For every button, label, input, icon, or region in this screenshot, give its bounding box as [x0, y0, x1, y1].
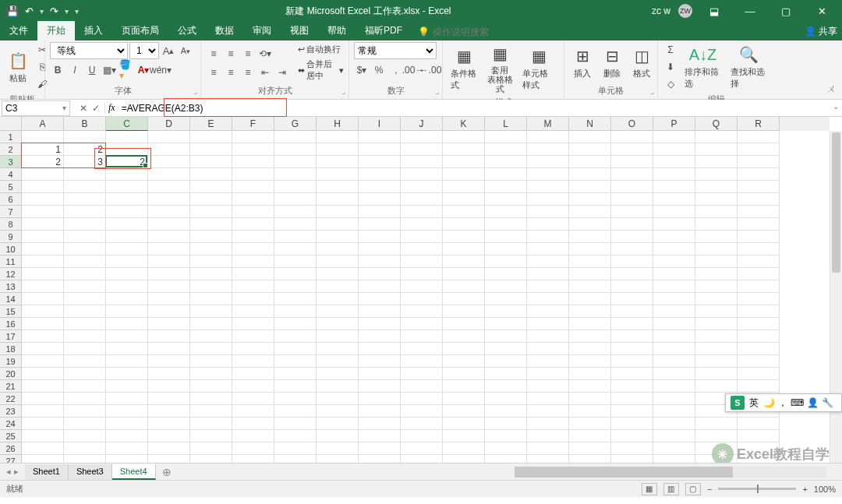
cell-D17[interactable]	[148, 330, 190, 343]
cell-C18[interactable]	[106, 343, 148, 355]
align-center-icon[interactable]: ≡	[223, 65, 239, 80]
cell-E2[interactable]	[190, 143, 232, 156]
cell-C25[interactable]	[106, 430, 148, 442]
cell-D22[interactable]	[148, 393, 190, 405]
cell-G4[interactable]	[274, 168, 317, 181]
row-header-25[interactable]: 25	[0, 430, 22, 442]
cell-F19[interactable]	[232, 355, 274, 368]
cell-I26[interactable]	[359, 442, 401, 455]
cell-I22[interactable]	[359, 393, 401, 405]
cell-E27[interactable]	[190, 455, 232, 463]
align-middle-icon[interactable]: ≡	[223, 46, 239, 62]
cell-A27[interactable]	[22, 455, 64, 463]
cell-D20[interactable]	[148, 368, 190, 380]
phonetic-button[interactable]: wén▾	[153, 62, 168, 78]
cell-P15[interactable]	[653, 305, 695, 318]
cell-C7[interactable]	[106, 206, 148, 218]
cell-O9[interactable]	[611, 231, 653, 243]
cell-Q9[interactable]	[695, 231, 738, 243]
col-header-O[interactable]: O	[611, 117, 653, 131]
row-header-8[interactable]: 8	[0, 218, 22, 231]
cell-R19[interactable]	[738, 355, 780, 368]
cell-I19[interactable]	[359, 355, 401, 368]
cell-L25[interactable]	[485, 430, 527, 442]
cell-M2[interactable]	[527, 143, 569, 156]
cell-Q10[interactable]	[695, 243, 738, 256]
cell-P23[interactable]	[653, 405, 695, 418]
zoom-out-button[interactable]: −	[707, 485, 712, 494]
cell-P5[interactable]	[653, 181, 695, 193]
cell-J20[interactable]	[401, 368, 443, 380]
cell-N13[interactable]	[569, 280, 611, 293]
cell-A10[interactable]	[22, 243, 64, 256]
cell-C10[interactable]	[106, 243, 148, 256]
col-header-Q[interactable]: Q	[695, 117, 738, 131]
ime-badge-icon[interactable]: S	[731, 396, 745, 410]
cell-C5[interactable]	[106, 181, 148, 193]
cell-H5[interactable]	[317, 181, 359, 193]
cell-N22[interactable]	[569, 393, 611, 405]
currency-icon[interactable]: $▾	[354, 62, 370, 78]
increase-font-icon[interactable]: A▴	[161, 43, 176, 58]
cell-D2[interactable]	[148, 143, 190, 156]
cell-G27[interactable]	[274, 455, 317, 463]
cell-E12[interactable]	[190, 268, 232, 280]
cell-R18[interactable]	[738, 343, 780, 355]
cell-J25[interactable]	[401, 430, 443, 442]
cell-A26[interactable]	[22, 442, 64, 455]
cell-K1[interactable]	[443, 131, 485, 143]
cell-B25[interactable]	[64, 430, 106, 442]
tab-数据[interactable]: 数据	[206, 21, 243, 41]
cell-K15[interactable]	[443, 305, 485, 318]
col-header-K[interactable]: K	[443, 117, 485, 131]
cell-M22[interactable]	[527, 393, 569, 405]
cell-K26[interactable]	[443, 442, 485, 455]
cell-D18[interactable]	[148, 343, 190, 355]
cell-P26[interactable]	[653, 442, 695, 455]
cell-O2[interactable]	[611, 143, 653, 156]
cell-B3[interactable]: 3	[64, 156, 106, 168]
cell-B9[interactable]	[64, 231, 106, 243]
row-header-22[interactable]: 22	[0, 393, 22, 405]
cell-I9[interactable]	[359, 231, 401, 243]
cell-F4[interactable]	[232, 168, 274, 181]
cell-N19[interactable]	[569, 355, 611, 368]
cell-B17[interactable]	[64, 330, 106, 343]
cell-Q6[interactable]	[695, 193, 738, 206]
cell-B23[interactable]	[64, 405, 106, 418]
cell-H3[interactable]	[317, 156, 359, 168]
cell-L14[interactable]	[485, 293, 527, 305]
underline-button[interactable]: U	[84, 62, 100, 78]
col-header-H[interactable]: H	[317, 117, 359, 131]
cell-R10[interactable]	[738, 243, 780, 256]
row-header-24[interactable]: 24	[0, 418, 22, 430]
cell-L19[interactable]	[485, 355, 527, 368]
row-header-23[interactable]: 23	[0, 405, 22, 418]
cell-A6[interactable]	[22, 193, 64, 206]
cell-M13[interactable]	[527, 280, 569, 293]
insert-cells-button[interactable]: ⊞插入	[569, 44, 596, 81]
cell-R12[interactable]	[738, 268, 780, 280]
cell-P14[interactable]	[653, 293, 695, 305]
col-header-G[interactable]: G	[274, 117, 317, 131]
cell-C8[interactable]	[106, 218, 148, 231]
cell-P17[interactable]	[653, 330, 695, 343]
cell-J23[interactable]	[401, 405, 443, 418]
cell-O14[interactable]	[611, 293, 653, 305]
cell-L6[interactable]	[485, 193, 527, 206]
row-header-27[interactable]: 27	[0, 455, 22, 463]
cell-A18[interactable]	[22, 343, 64, 355]
cell-M20[interactable]	[527, 368, 569, 380]
cell-C9[interactable]	[106, 231, 148, 243]
find-select-button[interactable]: 🔍查找和选择	[727, 43, 770, 91]
number-format-combo[interactable]: 常规	[354, 42, 437, 59]
cell-B19[interactable]	[64, 355, 106, 368]
cell-D11[interactable]	[148, 256, 190, 268]
align-bottom-icon[interactable]: ≡	[240, 46, 256, 62]
cell-O22[interactable]	[611, 393, 653, 405]
cell-C3[interactable]: 2	[106, 156, 148, 168]
cell-F22[interactable]	[232, 393, 274, 405]
cell-R15[interactable]	[738, 305, 780, 318]
cell-F12[interactable]	[232, 268, 274, 280]
col-header-F[interactable]: F	[232, 117, 274, 131]
